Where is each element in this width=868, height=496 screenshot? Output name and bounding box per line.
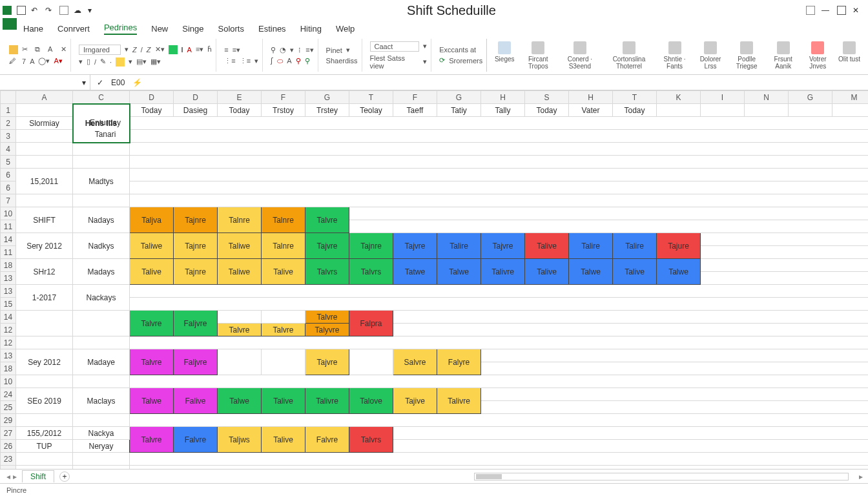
rib-btn-2[interactable]: Conerd · S3eend [558,40,601,71]
list-icon[interactable]: ⋮≡ [224,57,235,65]
menu-item[interactable]: Singe [182,24,203,34]
sheet-tab[interactable]: Shift [22,470,54,482]
close-icon[interactable]: ✕ [852,6,862,15]
doc-icon[interactable] [59,6,68,15]
close-small-icon[interactable]: ✕ [61,45,67,54]
sym1-icon[interactable]: ʃ [271,57,273,65]
fill-icon[interactable] [169,45,178,54]
format-icon[interactable]: 🖉 [9,57,18,66]
grid[interactable]: ACDDEFGTFGHSHTKINGM 1 Hens Ills TodayDas… [0,90,868,469]
misc2-icon[interactable]: ◔ [280,46,286,54]
sym4-icon[interactable]: ⚲ [296,57,301,65]
ext-line2[interactable]: Srorerners [449,57,482,65]
new-sheet-icon[interactable]: + [59,471,70,482]
wrap-icon[interactable]: ▤▾ [136,57,147,66]
dropdown-icon[interactable]: ▾ [88,6,97,15]
sel-sub1: Enturday [79,118,132,127]
undo-icon[interactable]: ↶ [31,6,40,15]
font-color-icon[interactable]: A▾ [54,57,62,65]
column-headers[interactable]: ACDDEFGTFGHSHTKINGM [1,91,869,104]
cells-label[interactable]: Shaerdiss [326,57,358,65]
rib-btn-8[interactable]: Votrer Jnves [801,40,834,71]
menu-item[interactable]: Solorts [218,24,244,34]
formula-value[interactable]: E00 [111,78,125,87]
x-icon[interactable]: ✕▾ [155,45,165,54]
misc4-icon[interactable]: ⫶ [298,46,302,54]
char-icon[interactable]: ɦ [207,45,212,54]
chevron-down-icon[interactable]: ▾ [82,78,86,87]
cloud-icon[interactable]: ☁ [74,6,83,15]
bold2-icon[interactable]: I [181,46,183,54]
pen-icon[interactable]: ✎ [100,57,106,66]
dd-icon[interactable]: ▾ [79,57,83,66]
menu-item[interactable]: Welp [336,24,355,34]
save-icon[interactable] [17,6,26,15]
menu-item[interactable]: New [151,24,168,34]
file-tab[interactable] [3,18,17,30]
doc8-icon [811,41,824,54]
rib-btn-3[interactable]: Cortonslina Thoterrel [603,40,655,71]
horizontal-scrollbar[interactable] [474,473,849,480]
cancel-icon[interactable]: ✓ [97,78,103,87]
italic-icon[interactable]: Z [132,46,137,54]
scroll-right-icon[interactable]: ▸ [854,472,868,481]
chevron-down-icon[interactable]: ▾ [125,45,129,54]
bold-icon[interactable]: A [48,45,57,54]
copy-icon[interactable]: ⧉ [35,45,44,54]
list2-icon[interactable]: ⋮≡ [240,57,251,65]
rib-btn-7[interactable]: Frsunt Aanik [767,40,800,71]
name-box[interactable]: ▾ [0,75,90,90]
fill2-icon[interactable] [116,57,125,67]
menu-item[interactable]: Hane [23,24,43,34]
fx-icon[interactable]: ⚡ [132,78,142,87]
indent-icon[interactable]: ≡ [224,46,228,54]
menu-item[interactable]: Estines [258,24,286,34]
rib-btn-5[interactable]: Dolorer Lrss [694,40,727,71]
menu-bar: Hane Conrvert Pedrines New Singe Solorts… [0,21,868,36]
sym5-icon[interactable]: ⚲ [305,57,310,65]
select-all[interactable] [1,91,16,104]
doc-green-icon [498,41,511,54]
redo-icon[interactable]: ↷ [45,6,54,15]
font-name-dropdown[interactable]: Irngared [79,45,121,55]
num-icon[interactable]: 7 [22,57,26,65]
rib-btn-1[interactable]: Fircant Tropos [519,40,557,71]
a-icon[interactable]: A [30,57,34,65]
ribbon-options-icon[interactable] [806,6,815,15]
rib-btn-6[interactable]: Podlle Triegse [728,40,765,71]
bucket-icon[interactable]: ◯▾ [38,57,50,65]
nav-first-icon[interactable]: ◂ [6,472,10,481]
misc-icon[interactable]: ⚲ [271,46,276,54]
menu-item[interactable]: Conrvert [57,24,90,34]
align-icon[interactable]: ≡▾ [196,45,203,54]
merge-icon[interactable]: ▦▾ [150,57,161,66]
cut-icon[interactable]: ✂ [22,45,31,54]
paste-icon[interactable] [9,45,18,54]
outdent-icon[interactable]: ≡▾ [232,46,240,54]
scroll-thumb[interactable] [476,474,502,479]
nav-prev-icon[interactable]: ▸ [13,472,17,481]
search-group: Caact▾ Flest Satss view ▾ [366,39,432,72]
rib-btn-4[interactable]: Shntie · Fants [656,40,692,71]
sym3-icon[interactable]: A [287,57,291,65]
spreadsheet-table[interactable]: ACDDEFGTFGHSHTKINGM 1 Hens Ills TodayDas… [0,90,868,469]
font-a-icon[interactable]: A [187,46,192,54]
misc5-icon[interactable]: ≡▾ [305,46,313,54]
sheet-nav[interactable]: ◂▸ [6,472,17,481]
menu-item-active[interactable]: Pedrines [104,23,137,35]
minimize-icon[interactable]: — [822,6,831,15]
status-text: Pincre [6,486,26,494]
misc3-icon[interactable]: ▾ [290,46,294,54]
style-dropdown[interactable]: Pinet [326,46,342,54]
italic2-icon[interactable]: Z [147,46,151,54]
search-dropdown[interactable]: Caact [370,41,420,52]
rib-btn-9[interactable]: Olit tust [836,40,863,71]
maximize-icon[interactable] [837,6,846,15]
refresh-icon[interactable]: ⟳ [439,56,445,65]
border-icon[interactable]: ▯ [87,57,90,66]
number-group: ⚲◔▾⫶≡▾ ʃ⬭A⚲⚲ [267,39,318,72]
menu-item[interactable]: Hiting [300,24,322,34]
sym2-icon[interactable]: ⬭ [277,57,283,65]
view-dropdown[interactable]: Flest Satss view [370,54,420,70]
rib-btn-0[interactable]: Sieges [491,40,518,71]
